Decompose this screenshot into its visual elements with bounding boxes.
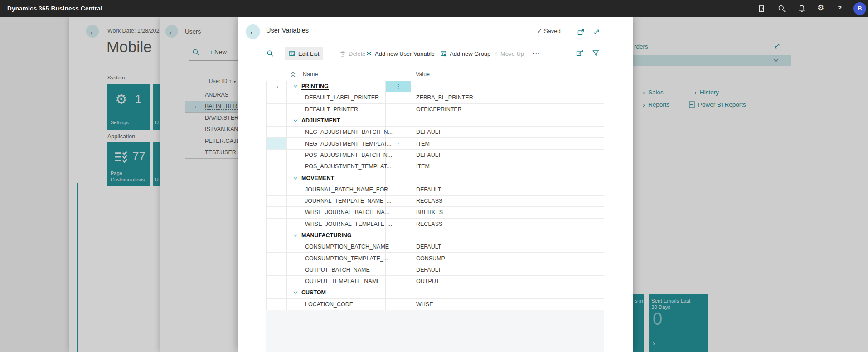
- group-row[interactable]: ADJUSTMENT: [267, 115, 604, 127]
- value-cell[interactable]: [411, 81, 604, 92]
- variable-row[interactable]: LOCATION_CODEWHSE: [267, 299, 604, 310]
- move-up-button[interactable]: ↑ Move Up: [491, 47, 528, 60]
- variable-row[interactable]: OUTPUT_TEMPLATE_NAMEOUTPUT: [267, 276, 604, 287]
- name-cell[interactable]: OUTPUT_BATCH_NAME: [287, 264, 386, 275]
- row-options-cell[interactable]: [386, 241, 411, 252]
- group-row[interactable]: MOVEMENT: [267, 172, 604, 184]
- row-marker-cell[interactable]: [267, 127, 287, 137]
- expand-icon[interactable]: [593, 29, 600, 35]
- variable-row[interactable]: POS_ADJUSTMENT_TEMPLAT...ITEM: [267, 161, 604, 172]
- row-marker-cell[interactable]: [267, 172, 287, 183]
- name-cell[interactable]: LOCATION_CODE: [287, 299, 386, 310]
- more-options-button[interactable]: ⋯: [533, 49, 540, 57]
- value-cell[interactable]: [411, 230, 604, 241]
- row-marker-cell[interactable]: [267, 138, 287, 149]
- value-cell[interactable]: BBERKES: [411, 207, 604, 218]
- share-icon[interactable]: [576, 49, 584, 56]
- row-options-cell[interactable]: [386, 184, 411, 195]
- variable-row[interactable]: DEFAULT_LABEL_PRINTERZEBRA_BL_PRINTER: [267, 92, 604, 103]
- row-marker-cell[interactable]: [267, 115, 287, 126]
- name-cell[interactable]: DEFAULT_PRINTER: [287, 104, 386, 115]
- variable-row[interactable]: CONSUMPTION_BATCH_NAMEDEFAULT: [267, 241, 604, 253]
- value-cell[interactable]: RECLASS: [411, 196, 604, 206]
- row-marker-cell[interactable]: [267, 150, 287, 161]
- variable-row[interactable]: NEG_ADJUSTMENT_TEMPLAT...⋮ITEM: [267, 138, 604, 149]
- row-options-cell[interactable]: [386, 299, 411, 310]
- name-cell[interactable]: OUTPUT_TEMPLATE_NAME: [287, 276, 386, 287]
- value-cell[interactable]: OFFICEPRINTER: [411, 104, 604, 115]
- row-marker-cell[interactable]: [267, 92, 287, 103]
- name-cell[interactable]: DEFAULT_LABEL_PRINTER: [287, 92, 386, 103]
- search-icon[interactable]: [267, 50, 274, 57]
- value-cell[interactable]: OUTPUT: [411, 276, 604, 287]
- value-cell[interactable]: ZEBRA_BL_PRINTER: [411, 92, 604, 103]
- name-cell[interactable]: NEG_ADJUSTMENT_BATCH_N...: [287, 127, 386, 137]
- value-cell[interactable]: WHSE: [411, 299, 604, 310]
- company-icon[interactable]: [757, 5, 766, 13]
- row-marker-cell[interactable]: [267, 253, 287, 264]
- variable-row[interactable]: POS_ADJUSTMENT_BATCH_N...DEFAULT: [267, 150, 604, 161]
- row-options-cell[interactable]: ⋮: [386, 138, 411, 149]
- value-cell[interactable]: DEFAULT: [411, 127, 604, 137]
- name-cell[interactable]: NEG_ADJUSTMENT_TEMPLAT...: [287, 138, 386, 149]
- name-cell[interactable]: JOURNAL_BATCH_NAME_FOR...: [287, 184, 386, 195]
- name-cell[interactable]: CONSUMPTION_BATCH_NAME: [287, 241, 386, 252]
- add-group-button[interactable]: Add new Group: [436, 47, 494, 60]
- row-marker-cell[interactable]: [267, 241, 287, 252]
- variable-row[interactable]: JOURNAL_BATCH_NAME_FOR...DEFAULT: [267, 184, 604, 196]
- help-icon[interactable]: ?: [838, 4, 842, 12]
- row-options-cell[interactable]: [386, 264, 411, 275]
- row-marker-cell[interactable]: →: [267, 81, 287, 92]
- name-cell[interactable]: WHSE_JOURNAL_BATCH_NA...: [287, 207, 386, 218]
- edit-list-button[interactable]: Edit List: [285, 47, 323, 60]
- column-header-value[interactable]: Value: [416, 71, 430, 78]
- group-row[interactable]: CUSTOM: [267, 287, 604, 298]
- row-marker-cell[interactable]: [267, 184, 287, 195]
- avatar[interactable]: B: [853, 2, 866, 15]
- row-options-cell[interactable]: [386, 150, 411, 161]
- group-row[interactable]: MANUFACTURING: [267, 230, 604, 241]
- variable-row[interactable]: NEG_ADJUSTMENT_BATCH_N...DEFAULT: [267, 127, 604, 138]
- value-cell[interactable]: DEFAULT: [411, 241, 604, 252]
- variable-row[interactable]: DEFAULT_PRINTEROFFICEPRINTER: [267, 104, 604, 115]
- variable-row[interactable]: JOURNAL_TEMPLATE_NAME_...RECLASS: [267, 196, 604, 207]
- row-options-cell[interactable]: [386, 207, 411, 218]
- search-icon[interactable]: [778, 5, 786, 13]
- row-options-cell[interactable]: [386, 127, 411, 137]
- row-options-cell[interactable]: [386, 115, 411, 126]
- name-cell[interactable]: MOVEMENT: [287, 172, 386, 183]
- notifications-bell-icon[interactable]: [798, 5, 806, 13]
- row-more-options-icon[interactable]: ⋮: [395, 83, 401, 90]
- variable-row[interactable]: CONSUMPTION_TEMPLATE_...CONSUMP: [267, 253, 604, 264]
- settings-gear-icon[interactable]: ⚙: [817, 4, 824, 13]
- row-marker-cell[interactable]: [267, 219, 287, 230]
- name-cell[interactable]: PRINTING: [287, 81, 386, 92]
- chevron-down-icon[interactable]: [293, 233, 298, 238]
- row-marker-cell[interactable]: [267, 287, 287, 298]
- name-cell[interactable]: CONSUMPTION_TEMPLATE_...: [287, 253, 386, 264]
- back-arrow-icon[interactable]: ←: [246, 24, 260, 39]
- row-marker-cell[interactable]: [267, 299, 287, 310]
- row-options-cell[interactable]: [386, 172, 411, 183]
- chevron-down-icon[interactable]: [293, 290, 298, 295]
- row-marker-cell[interactable]: [267, 264, 287, 275]
- row-options-cell[interactable]: [386, 219, 411, 230]
- value-cell[interactable]: DEFAULT: [411, 184, 604, 195]
- open-in-window-icon[interactable]: [577, 29, 585, 36]
- value-cell[interactable]: DEFAULT: [411, 150, 604, 161]
- value-cell[interactable]: [411, 115, 604, 126]
- variable-row[interactable]: WHSE_JOURNAL_BATCH_NA...BBERKES: [267, 207, 604, 218]
- row-options-cell[interactable]: [386, 104, 411, 115]
- variable-row[interactable]: OUTPUT_BATCH_NAMEDEFAULT: [267, 264, 604, 276]
- row-options-cell[interactable]: [386, 92, 411, 103]
- row-marker-cell[interactable]: [267, 230, 287, 241]
- row-options-cell[interactable]: ⋮: [386, 81, 411, 92]
- row-options-cell[interactable]: [386, 196, 411, 206]
- row-more-options-icon[interactable]: ⋮: [395, 140, 401, 147]
- value-cell[interactable]: [411, 287, 604, 298]
- row-marker-cell[interactable]: [267, 207, 287, 218]
- row-marker-cell[interactable]: [267, 161, 287, 172]
- name-cell[interactable]: MANUFACTURING: [287, 230, 386, 241]
- row-options-cell[interactable]: [386, 287, 411, 298]
- value-cell[interactable]: CONSUMP: [411, 253, 604, 264]
